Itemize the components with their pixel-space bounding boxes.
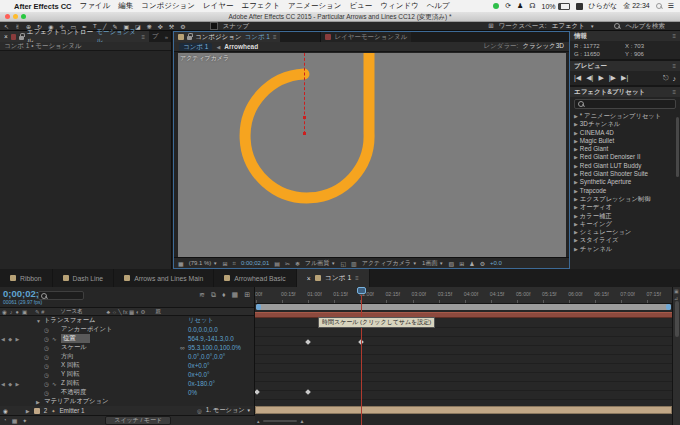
clock-label[interactable]: 金 22:34 xyxy=(623,1,649,11)
view-end-handle[interactable] xyxy=(666,304,671,310)
transparency-grid-icon[interactable]: ▥ xyxy=(351,260,357,267)
effects-category-item[interactable]: ▶* アニメーションプリセット xyxy=(574,112,680,120)
menu-item[interactable]: ウィンドウ xyxy=(380,1,418,11)
stopwatch-icon[interactable]: ◷ xyxy=(44,345,49,351)
effects-category-item[interactable]: ▶Red Giant xyxy=(574,145,680,153)
switches-modes-button[interactable]: スイッチ / モード xyxy=(105,416,171,425)
av-feature-icon[interactable]: ● xyxy=(16,309,19,315)
menu-item[interactable]: コンポジション xyxy=(141,1,195,11)
property-label[interactable]: X 回転 xyxy=(61,361,80,370)
transport-button[interactable]: |▶ xyxy=(609,74,616,82)
parent-column[interactable]: 親 xyxy=(155,308,161,315)
effects-category-item[interactable]: ▶スタイライズ xyxy=(574,236,680,244)
spotlight-icon[interactable] xyxy=(656,3,662,9)
property-value[interactable]: 0% xyxy=(188,389,197,396)
twirl-closed-icon[interactable]: ▶ xyxy=(36,399,40,405)
timeline-scrollbar[interactable] xyxy=(675,301,679,337)
effects-category-item[interactable]: ▶Red Giant Denoiser II xyxy=(574,153,680,161)
constrain-link-icon[interactable]: ∞ xyxy=(180,344,185,351)
twirl-open-icon[interactable]: ▼ xyxy=(36,318,41,324)
puppet-tool-icon[interactable]: ✜ xyxy=(158,23,163,30)
timeline-master-switch-icon[interactable]: ▦ xyxy=(12,417,18,424)
effects-category-item[interactable]: ▶カラー補正 xyxy=(574,212,680,220)
property-value[interactable]: 95.3,100.0,100.0% xyxy=(188,344,241,351)
notification-center-icon[interactable]: ☰ xyxy=(668,2,674,10)
transport-button[interactable]: |◀ xyxy=(574,74,581,82)
timeline-tab-active[interactable]: × コンポ 1 ≡ xyxy=(297,269,370,287)
panel-menu-icon[interactable]: ≡ xyxy=(672,89,676,95)
y-rotation-row[interactable]: ◷ Y 回転 0x+0.0° xyxy=(0,370,254,379)
effects-category-item[interactable]: ▶シミュレーション xyxy=(574,228,680,236)
zoom-out-mountain-icon[interactable]: ▴ xyxy=(257,418,260,424)
property-value[interactable]: 564.9,-141.3,0.0 xyxy=(188,335,234,342)
composition-viewport[interactable]: アクティブカメラ xyxy=(178,53,566,268)
help-search-icon[interactable] xyxy=(614,23,620,29)
anchor-point-row[interactable]: ◷ アンカーポイント 0.0,0.0,0.0 xyxy=(0,325,254,334)
axis-local-icon[interactable]: ⚒ xyxy=(169,23,174,30)
menu-item[interactable]: ビュー xyxy=(349,1,372,11)
timeline-toggle-icon[interactable]: ♦ xyxy=(222,291,226,299)
menu-item[interactable]: ファイル xyxy=(80,1,111,11)
layer-name[interactable]: Emitter 1 xyxy=(59,407,84,414)
stopwatch-icon[interactable]: ◷ xyxy=(44,354,49,360)
orientation-row[interactable]: ◷ 方向 0.0°,0.0°,0.0° xyxy=(0,352,254,361)
lock-icon[interactable] xyxy=(187,36,192,40)
preview-panel-title[interactable]: プレビュー xyxy=(574,62,607,71)
scale-row[interactable]: ◷ スケール ∞ 95.3,100.0,100.0% xyxy=(0,343,254,352)
timeline-zoom-control[interactable]: ▴ ▲ xyxy=(257,418,304,424)
property-label[interactable]: Y 回転 xyxy=(61,370,79,379)
timeline-tab[interactable]: Arrows and Lines Main xyxy=(114,269,214,287)
rotobrush-tool-icon[interactable]: ❋ xyxy=(147,23,152,30)
timeline-tab[interactable]: Dash Line xyxy=(53,269,115,287)
camera-view-menu[interactable]: アクティブカメラ ▼ xyxy=(362,259,417,268)
reset-link[interactable]: リセット xyxy=(188,316,214,325)
layer-color-swatch[interactable] xyxy=(34,408,40,414)
menu-item[interactable]: ヘルプ xyxy=(427,1,450,11)
stopwatch-icon[interactable]: ◷ xyxy=(44,372,49,378)
material-options-row[interactable]: ▶ マテリアルオプション xyxy=(0,397,254,406)
property-value[interactable]: 0.0°,0.0°,0.0° xyxy=(188,353,225,360)
effects-category-item[interactable]: ▶キーイング xyxy=(574,220,680,228)
tab-composition[interactable]: コンポジション コンポ 1 ≡ xyxy=(174,32,280,42)
effects-category-item[interactable]: ▶Trapcode xyxy=(574,187,680,195)
effects-category-item[interactable]: ▶オーディオ xyxy=(574,203,680,211)
tab-project-partial[interactable]: プ xyxy=(149,32,162,41)
eye-icon[interactable]: ◉ xyxy=(3,408,8,414)
exposure-value[interactable]: +0.0 xyxy=(490,260,502,266)
wifi-icon[interactable]: ☊ xyxy=(529,2,535,10)
comp-marker-icon[interactable]: ▣ xyxy=(674,288,679,294)
timeline-toggle-icon[interactable]: ▦ xyxy=(232,291,239,299)
property-label[interactable]: Z 回転 xyxy=(61,379,79,388)
view-layout-menu[interactable]: 1画面 ▼ xyxy=(422,259,443,268)
effects-search-input[interactable] xyxy=(574,99,676,109)
timeline-toggle-icon[interactable]: ⧉ xyxy=(211,291,216,299)
playhead-handle[interactable] xyxy=(357,287,366,294)
snapshot-icon[interactable]: ▤ xyxy=(274,260,280,267)
position-row[interactable]: ◀ ◆ ▶ ◷ ∿ 位置 564.9,-141.3,0.0 xyxy=(0,334,254,343)
menu-item[interactable]: レイヤー xyxy=(203,1,234,11)
tab-close-icon[interactable]: × xyxy=(307,275,311,282)
input-label[interactable]: ひらがな xyxy=(589,1,618,11)
status-green-icon[interactable] xyxy=(493,3,499,9)
menu-item[interactable]: 編集 xyxy=(118,1,133,11)
timeline-toggle-icon[interactable]: ⊞ xyxy=(244,291,250,299)
audio-mute-icon[interactable]: ♪ xyxy=(673,75,677,82)
menu-item[interactable]: アニメーション xyxy=(288,1,342,11)
emitter-layer-duration-bar[interactable] xyxy=(255,406,672,414)
effects-list-scrollbar[interactable] xyxy=(676,117,679,177)
tab-overflow-icon[interactable]: » xyxy=(162,34,171,40)
transport-button[interactable]: ▶| xyxy=(621,74,628,82)
zoom-in-mountain-icon[interactable]: ▲ xyxy=(300,418,305,424)
panel-menu-icon[interactable]: ≡ xyxy=(672,63,676,69)
property-value[interactable]: 0x-180.0° xyxy=(188,380,215,387)
workspace-caret-icon[interactable]: ▼ xyxy=(590,24,594,29)
opacity-row[interactable]: ◷ 不透明度 0% xyxy=(0,388,254,397)
tab-close-icon[interactable]: × xyxy=(4,33,8,40)
accounts-icon[interactable]: ♟ xyxy=(517,2,523,10)
mask-visibility-icon[interactable]: ⌗ xyxy=(233,260,236,267)
effects-category-item[interactable]: ▶3Dチャンネル xyxy=(574,120,680,128)
show-channel-icon[interactable]: ❄ xyxy=(295,260,300,267)
property-value[interactable]: 0.0,0.0,0.0 xyxy=(188,326,218,333)
effects-category-item[interactable]: ▶CINEMA 4D xyxy=(574,129,680,137)
x-rotation-row[interactable]: ◷ X 回転 0x+0.0° xyxy=(0,361,254,370)
